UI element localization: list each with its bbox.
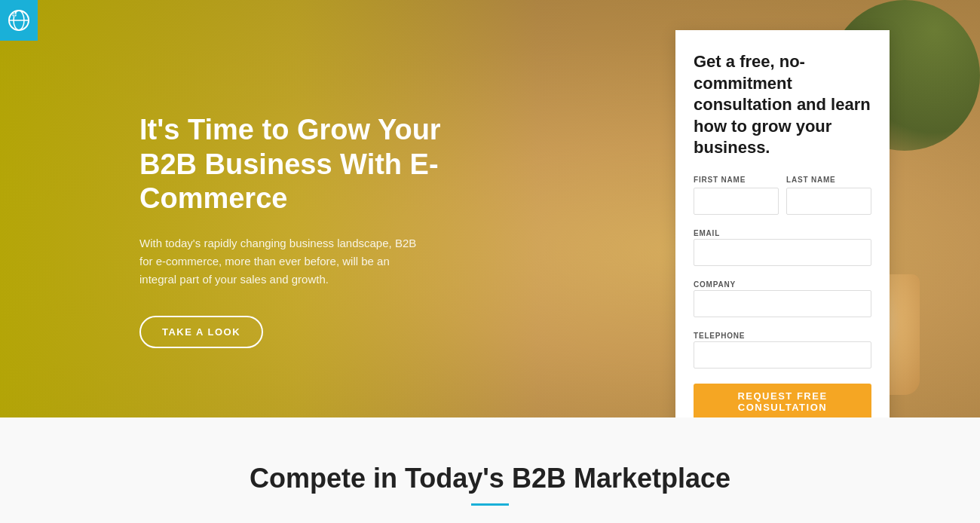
bottom-section: Compete in Today's B2B Marketplace bbox=[0, 417, 980, 523]
form-title: Get a free, no-commitment consultation a… bbox=[694, 51, 871, 159]
email-input[interactable] bbox=[694, 239, 871, 266]
hero-subtitle: With today's rapidly changing business l… bbox=[139, 234, 426, 289]
hero-section: It's Time to Grow Your B2B Business With… bbox=[0, 0, 980, 417]
hero-content: It's Time to Grow Your B2B Business With… bbox=[139, 113, 456, 348]
email-label: EMAIL bbox=[694, 229, 720, 237]
first-name-input[interactable] bbox=[694, 188, 779, 215]
submit-button[interactable]: REQUEST FREE CONSULTATION bbox=[694, 384, 871, 417]
bottom-underline-decoration bbox=[471, 503, 509, 506]
company-input[interactable] bbox=[694, 290, 871, 317]
first-name-label: FIRST NAME bbox=[694, 176, 779, 184]
bottom-title: Compete in Today's B2B Marketplace bbox=[15, 463, 965, 494]
telephone-label: TELEPHONE bbox=[694, 332, 745, 340]
logo-box bbox=[0, 0, 38, 41]
last-name-field: LAST NAME bbox=[786, 176, 871, 215]
company-label: COMPANY bbox=[694, 280, 736, 289]
consultation-form-card: Get a free, no-commitment consultation a… bbox=[675, 30, 890, 417]
email-field-wrapper: EMAIL bbox=[694, 225, 871, 266]
name-row: FIRST NAME LAST NAME bbox=[694, 176, 871, 215]
telephone-field-wrapper: TELEPHONE bbox=[694, 328, 871, 369]
company-field-wrapper: COMPANY bbox=[694, 277, 871, 317]
logo-icon bbox=[7, 8, 31, 32]
first-name-field: FIRST NAME bbox=[694, 176, 779, 215]
last-name-label: LAST NAME bbox=[786, 176, 871, 184]
telephone-input[interactable] bbox=[694, 341, 871, 369]
hero-title: It's Time to Grow Your B2B Business With… bbox=[139, 113, 456, 216]
last-name-input[interactable] bbox=[786, 188, 871, 215]
hero-cta-button[interactable]: TAKE A LOOK bbox=[139, 316, 263, 348]
